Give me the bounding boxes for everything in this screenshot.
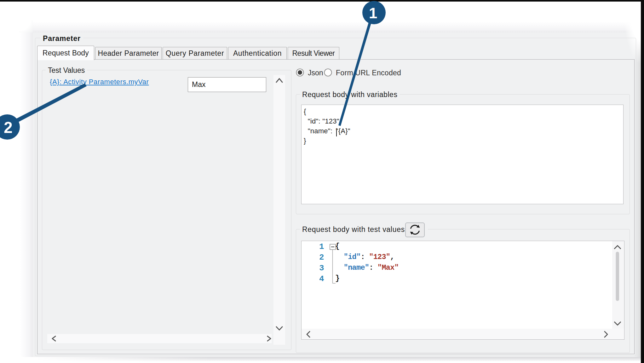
svg-text:1: 1 bbox=[369, 5, 377, 21]
svg-text:2: 2 bbox=[4, 119, 13, 136]
